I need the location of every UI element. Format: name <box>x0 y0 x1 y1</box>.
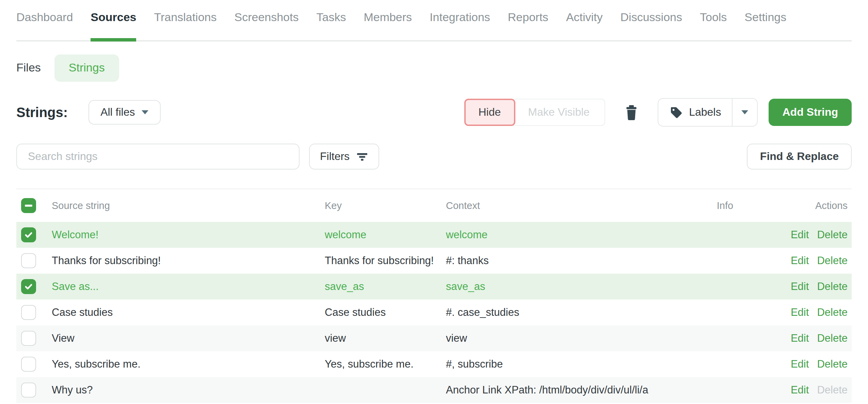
key-cell: Case studies <box>325 306 446 319</box>
row-checkbox-cell <box>16 227 52 242</box>
context-cell: #: thanks <box>446 255 677 267</box>
tab-files[interactable]: Files <box>16 61 54 75</box>
file-filter-dropdown[interactable]: All files <box>88 100 161 125</box>
key-cell: Thanks for subscribing! <box>325 255 446 267</box>
edit-link[interactable]: Edit <box>791 358 809 370</box>
row-checkbox-cell <box>16 279 52 294</box>
make-visible-button[interactable]: Make Visible <box>513 99 605 126</box>
table-row: Yes, subscribe me.Yes, subscribe me.#, s… <box>16 351 852 377</box>
nav-item-dashboard[interactable]: Dashboard <box>16 10 73 40</box>
source-string-cell: Yes, subscribe me. <box>52 358 325 370</box>
nav-item-tasks[interactable]: Tasks <box>316 10 346 40</box>
row-actions: EditDelete <box>773 384 852 396</box>
row-checkbox[interactable] <box>21 253 36 268</box>
select-all-checkbox[interactable] <box>21 198 36 213</box>
row-checkbox-cell <box>16 357 52 372</box>
tab-strings[interactable]: Strings <box>54 54 119 82</box>
nav-item-tools[interactable]: Tools <box>700 10 727 40</box>
nav-item-members[interactable]: Members <box>364 10 412 40</box>
table-body: Welcome!welcomewelcomeEditDeleteThanks f… <box>16 222 852 403</box>
row-checkbox[interactable] <box>21 383 36 398</box>
column-header-actions: Actions <box>773 200 852 211</box>
tag-icon <box>669 106 683 119</box>
hide-button[interactable]: Hide <box>464 99 515 126</box>
edit-link[interactable]: Edit <box>791 255 809 267</box>
row-actions: EditDelete <box>773 255 852 267</box>
edit-link[interactable]: Edit <box>791 306 809 319</box>
row-checkbox-cell <box>16 305 52 320</box>
source-string-cell: View <box>52 332 325 344</box>
context-cell: welcome <box>446 229 677 241</box>
nav-item-integrations[interactable]: Integrations <box>430 10 490 40</box>
labels-dropdown-toggle[interactable] <box>732 99 757 126</box>
nav-item-settings[interactable]: Settings <box>744 10 786 40</box>
row-actions: EditDelete <box>773 280 852 293</box>
header-checkbox-cell <box>16 198 52 213</box>
table-row: Save as...save_assave_asEditDelete <box>16 274 852 300</box>
column-header-context[interactable]: Context <box>446 200 677 211</box>
key-cell: Yes, subscribe me. <box>325 358 446 370</box>
delete-link[interactable]: Delete <box>817 229 848 241</box>
search-input[interactable] <box>16 144 300 169</box>
strings-toolbar: Strings: All files Hide Make Visible <box>16 99 852 126</box>
row-checkbox-cell <box>16 253 52 268</box>
row-checkbox-cell <box>16 383 52 398</box>
labels-split-button: Labels <box>658 98 758 127</box>
strings-page: DashboardSourcesTranslationsScreenshotsT… <box>0 0 868 404</box>
delete-link: Delete <box>817 384 848 396</box>
delete-link[interactable]: Delete <box>817 358 848 370</box>
nav-item-discussions[interactable]: Discussions <box>621 10 682 40</box>
delete-link[interactable]: Delete <box>817 280 848 293</box>
add-string-button[interactable]: Add String <box>769 99 852 126</box>
column-header-key[interactable]: Key <box>325 200 446 211</box>
row-actions: EditDelete <box>773 332 852 344</box>
key-cell: welcome <box>325 229 446 241</box>
filters-button-label: Filters <box>320 150 350 163</box>
table-row: Case studiesCase studies#. case_studiesE… <box>16 300 852 325</box>
source-string-cell: Save as... <box>52 280 325 293</box>
labels-button[interactable]: Labels <box>658 99 732 126</box>
delete-link[interactable]: Delete <box>817 255 848 267</box>
source-string-cell: Why us? <box>52 384 325 396</box>
column-header-source[interactable]: Source string <box>52 200 325 211</box>
edit-link[interactable]: Edit <box>791 384 809 396</box>
table-row: ViewviewviewEditDelete <box>16 325 852 351</box>
context-cell: view <box>446 332 677 344</box>
table-row: Thanks for subscribing!Thanks for subscr… <box>16 248 852 274</box>
labels-button-label: Labels <box>689 106 721 118</box>
delete-link[interactable]: Delete <box>817 306 848 319</box>
table-row: Welcome!welcomewelcomeEditDelete <box>16 222 852 248</box>
row-checkbox-cell <box>16 331 52 346</box>
context-cell: save_as <box>446 280 677 293</box>
nav-item-translations[interactable]: Translations <box>154 10 217 40</box>
page-title: Strings: <box>16 104 68 120</box>
trash-icon <box>624 104 639 120</box>
edit-link[interactable]: Edit <box>791 332 809 344</box>
row-checkbox[interactable] <box>21 331 36 346</box>
edit-link[interactable]: Edit <box>791 280 809 293</box>
row-checkbox[interactable] <box>21 279 36 294</box>
column-header-info[interactable]: Info <box>677 200 773 211</box>
checkmark-icon <box>24 282 33 291</box>
row-checkbox[interactable] <box>21 227 36 242</box>
nav-item-reports[interactable]: Reports <box>508 10 548 40</box>
filters-button[interactable]: Filters <box>309 144 379 169</box>
delete-link[interactable]: Delete <box>817 332 848 344</box>
delete-selected-button[interactable] <box>620 100 643 124</box>
context-cell: #, subscribe <box>446 358 677 370</box>
source-string-cell: Thanks for subscribing! <box>52 255 325 267</box>
source-string-cell: Welcome! <box>52 229 325 241</box>
checkmark-icon <box>24 230 33 240</box>
chevron-down-icon <box>142 110 149 114</box>
table-header-row: Source string Key Context Info Actions <box>16 189 852 222</box>
row-checkbox[interactable] <box>21 305 36 320</box>
nav-item-activity[interactable]: Activity <box>566 10 603 40</box>
nav-item-sources[interactable]: Sources <box>91 10 136 40</box>
visibility-button-group: Hide Make Visible <box>464 99 606 126</box>
find-replace-button[interactable]: Find & Replace <box>747 144 852 169</box>
row-actions: EditDelete <box>773 306 852 319</box>
source-string-cell: Case studies <box>52 306 325 319</box>
nav-item-screenshots[interactable]: Screenshots <box>234 10 299 40</box>
row-checkbox[interactable] <box>21 357 36 372</box>
edit-link[interactable]: Edit <box>791 229 809 241</box>
